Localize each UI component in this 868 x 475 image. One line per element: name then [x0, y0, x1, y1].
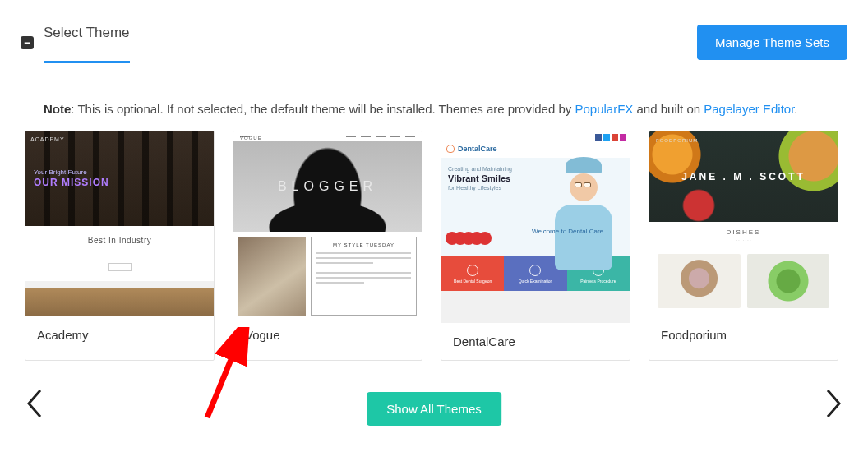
chevron-right-icon [822, 389, 843, 418]
section-title: Select Theme [44, 25, 130, 63]
preview-brand: ACADEMY [30, 136, 65, 142]
collapse-symbol: − [24, 37, 30, 48]
theme-preview: VOGUE BLOGGER MY STYLE TUESDAY [233, 131, 422, 316]
note-text: Note: This is optional. If not selected,… [44, 102, 847, 116]
theme-card-foodporium[interactable]: FOODPORIUM JANE . M . SCOTT DISHES · · ·… [649, 131, 838, 361]
carousel-prev-button[interactable] [21, 385, 49, 424]
show-all-themes-button[interactable]: Show All Themes [367, 392, 501, 426]
preview-brand: FOODPORIUM [656, 138, 698, 143]
preview-col-title: MY STYLE TUESDAY [316, 242, 411, 247]
themes-carousel: ACADEMY Your Bright Future OUR MISSION B… [25, 131, 843, 361]
preview-logo: VOGUE [240, 136, 250, 137]
theme-name: Vogue [233, 316, 422, 353]
preview-brand: DentalCare [458, 145, 497, 153]
collapse-icon[interactable]: − [21, 36, 34, 49]
preview-jane: JANE . M . SCOTT [681, 171, 806, 182]
preview-tagline: Your Bright Future [34, 168, 87, 176]
theme-card-vogue[interactable]: VOGUE BLOGGER MY STYLE TUESDAY [233, 131, 422, 361]
theme-preview: ACADEMY Your Bright Future OUR MISSION B… [25, 131, 214, 316]
title-block: − Select Theme [21, 25, 130, 61]
note-before: : This is optional. If not selected, the… [71, 102, 575, 116]
theme-name: Academy [25, 316, 214, 353]
note-bold: Note [44, 102, 71, 116]
theme-preview: DentalCare Creating and Maintaining Vibr… [441, 131, 630, 323]
popularfx-link[interactable]: PopularFX [575, 102, 633, 116]
preview-hero-text: BLOGGER [278, 179, 377, 194]
theme-card-dentalcare[interactable]: DentalCare Creating and Maintaining Vibr… [441, 131, 630, 361]
note-mid: and built on [633, 102, 704, 116]
preview-welcome: Welcome to Dental Care [532, 228, 603, 235]
preview-mission: OUR MISSION [34, 177, 109, 188]
theme-preview: FOODPORIUM JANE . M . SCOTT DISHES · · ·… [649, 131, 838, 316]
carousel-next-button[interactable] [819, 385, 847, 424]
section-header: − Select Theme Manage Theme Sets [21, 25, 847, 61]
preview-mid-title: Best In Industry [32, 236, 207, 245]
theme-name: Foodporium [649, 316, 838, 353]
pagelayer-link[interactable]: Pagelayer Editor [704, 102, 794, 116]
preview-mid-title: DISHES [649, 228, 838, 236]
tooth-icon [446, 145, 455, 153]
preview-foot-txt: Best Dental Surgeon [454, 279, 492, 284]
theme-name: DentalCare [441, 323, 630, 360]
chevron-left-icon [25, 389, 46, 418]
manage-theme-sets-button[interactable]: Manage Theme Sets [697, 25, 847, 60]
theme-card-academy[interactable]: ACADEMY Your Bright Future OUR MISSION B… [25, 131, 215, 361]
note-after: . [794, 102, 797, 116]
